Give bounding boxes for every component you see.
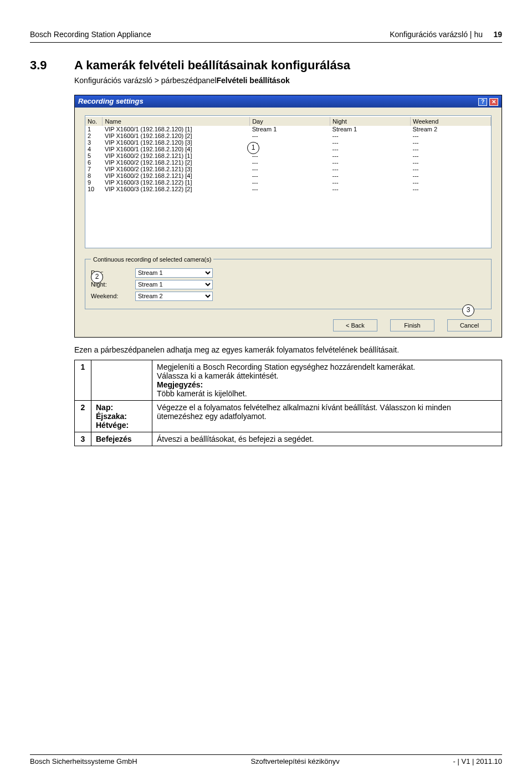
help-icon[interactable]: ? xyxy=(478,98,487,106)
section-number: 3.9 xyxy=(30,58,74,446)
section-breadcrumb: Konfigurációs varázsló > párbeszédpanelF… xyxy=(74,76,502,85)
table-row[interactable]: 6VIP X1600/2 (192.168.2.121) [2]--------… xyxy=(85,159,491,166)
page-footer: Bosch Sicherheitssysteme GmbH Szoftverte… xyxy=(30,754,502,765)
table-row[interactable]: 5VIP X1600/2 (192.168.2.121) [1]--------… xyxy=(85,152,491,159)
callout-3: 3 xyxy=(462,304,474,317)
finish-button[interactable]: Finish xyxy=(390,319,434,331)
camera-table[interactable]: No. Name Day Night Weekend 1VIP X1600/1 … xyxy=(85,115,492,248)
table-row: 1 Megjeleníti a Bosch Recording Station … xyxy=(75,360,502,400)
callout-1: 1 xyxy=(247,142,259,154)
table-row[interactable]: 7VIP X1600/2 (192.168.2.121) [3]--------… xyxy=(85,166,491,172)
footer-right: - | V1 | 2011.10 xyxy=(453,757,502,765)
dialog-title: Recording settings xyxy=(78,97,144,105)
dialog-titlebar: Recording settings ? ✕ xyxy=(75,95,502,108)
th-name[interactable]: Name xyxy=(103,117,250,126)
page-header: Bosch Recording Station Appliance Konfig… xyxy=(30,30,502,43)
continuous-recording-group: Continuous recording of selected camera(… xyxy=(85,256,492,309)
back-button[interactable]: < Back xyxy=(333,319,377,331)
table-row[interactable]: 2VIP X1600/1 (192.168.2.120) [2]--------… xyxy=(85,132,491,139)
night-select[interactable]: Stream 1 xyxy=(135,280,213,289)
th-weekend[interactable]: Weekend xyxy=(411,117,491,126)
footer-left: Bosch Sicherheitssysteme GmbH xyxy=(30,757,137,765)
weekend-label: Weekend: xyxy=(91,293,135,299)
th-no[interactable]: No. xyxy=(85,117,103,126)
header-left: Bosch Recording Station Appliance xyxy=(30,30,151,39)
weekend-select[interactable]: Stream 2 xyxy=(135,292,213,301)
table-row[interactable]: 4VIP X1600/1 (192.168.2.120) [4]--------… xyxy=(85,146,491,152)
table-row[interactable]: 3VIP X1600/1 (192.168.2.120) [3]--------… xyxy=(85,139,491,146)
day-select[interactable]: Stream 1 xyxy=(135,268,213,278)
table-row: 2 Nap: Éjszaka: Hétvége: Végezze el a fo… xyxy=(75,400,502,432)
table-row: 3 Befejezés Átveszi a beállításokat, és … xyxy=(75,432,502,446)
close-icon[interactable]: ✕ xyxy=(489,98,498,106)
table-row[interactable]: 9VIP X1600/3 (192.168.2.122) [1]--------… xyxy=(85,179,491,186)
dialog-screenshot: Recording settings ? ✕ No. xyxy=(74,95,502,338)
callout-2: 2 xyxy=(91,271,103,283)
table-row[interactable]: 10VIP X1600/3 (192.168.2.122) [2]-------… xyxy=(85,186,491,192)
header-right: Konfigurációs varázsló | hu 19 xyxy=(390,30,502,39)
cancel-button[interactable]: Cancel xyxy=(447,319,492,331)
section-title: A kamerák felvételi beállításainak konfi… xyxy=(74,58,502,73)
description-table: 1 Megjeleníti a Bosch Recording Station … xyxy=(74,360,502,446)
th-day[interactable]: Day xyxy=(250,117,330,126)
footer-center: Szoftvertelepítési kézikönyv xyxy=(250,757,339,765)
page-number: 19 xyxy=(493,30,502,39)
figure-caption: Ezen a párbeszédpanelen adhatja meg az e… xyxy=(74,345,502,354)
table-row[interactable]: 1VIP X1600/1 (192.168.2.120) [1]Stream 1… xyxy=(85,126,491,132)
th-night[interactable]: Night xyxy=(330,117,411,126)
table-row[interactable]: 8VIP X1600/2 (192.168.2.121) [4]--------… xyxy=(85,172,491,179)
fieldset-legend: Continuous recording of selected camera(… xyxy=(91,256,213,263)
